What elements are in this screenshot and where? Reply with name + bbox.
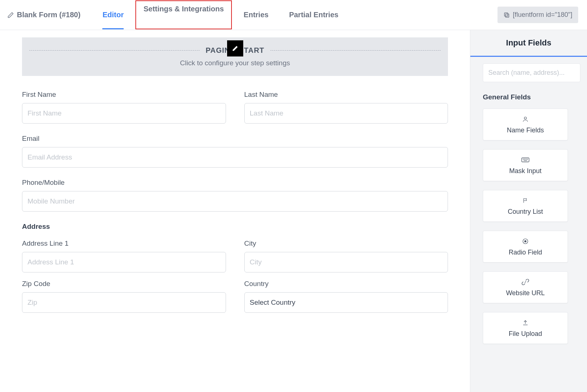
tab-settings-integrations[interactable]: Settings & Integrations (135, 0, 232, 29)
field-card-label: Country List (486, 208, 565, 216)
form-title: Blank Form (#180) (17, 11, 80, 19)
pencil-icon (7, 12, 14, 18)
field-card-label: Name Fields (486, 127, 565, 134)
paging-start-block[interactable]: PAGING START Click to configure your ste… (22, 37, 448, 76)
svg-rect-0 (506, 14, 509, 17)
email-label: Email (22, 135, 448, 143)
field-card-label: Website URL (486, 289, 565, 297)
top-bar: Blank Form (#180) Editor Settings & Inte… (0, 0, 587, 30)
zip-input[interactable] (22, 292, 226, 313)
country-select-value: Select Country (250, 298, 296, 307)
phone-label: Phone/Mobile (22, 179, 448, 187)
country-label: Country (244, 280, 448, 288)
svg-point-5 (525, 159, 525, 160)
field-card-radio[interactable]: Radio Field (483, 231, 568, 263)
last-name-label: Last Name (244, 91, 448, 99)
paging-subtitle: Click to configure your step settings (29, 59, 441, 67)
tab-entries[interactable]: Entries (233, 0, 279, 29)
email-input[interactable] (22, 147, 448, 168)
address1-label: Address Line 1 (22, 239, 226, 248)
svg-point-7 (527, 159, 528, 160)
svg-point-6 (526, 159, 526, 160)
city-label: City (244, 239, 448, 248)
city-input[interactable] (244, 252, 448, 272)
link-icon (486, 278, 565, 286)
last-name-input[interactable] (244, 103, 448, 124)
copy-icon (503, 12, 510, 18)
field-card-name[interactable]: Name Fields (483, 109, 568, 140)
upload-icon (486, 319, 565, 326)
form-title-wrap: Blank Form (#180) (7, 11, 80, 19)
svg-point-4 (523, 159, 524, 160)
tab-list: Editor Settings & Integrations Entries P… (92, 0, 497, 29)
flag-icon (486, 197, 565, 204)
search-fields-input[interactable] (483, 63, 580, 82)
field-card-url[interactable]: Website URL (483, 271, 568, 303)
first-name-input[interactable] (22, 103, 226, 124)
radio-icon (486, 238, 565, 245)
tab-partial-entries[interactable]: Partial Entries (279, 0, 349, 29)
field-card-mask[interactable]: Mask Input (483, 149, 568, 181)
svg-rect-3 (522, 158, 529, 162)
sidebar-title: Input Fields (470, 30, 587, 57)
first-name-label: First Name (22, 91, 226, 99)
zip-label: Zip Code (22, 280, 226, 288)
phone-input[interactable] (22, 191, 448, 212)
pencil-icon (232, 45, 238, 52)
field-card-country[interactable]: Country List (483, 190, 568, 222)
svg-point-10 (525, 241, 526, 242)
input-fields-sidebar: Input Fields General Fields Name Fields … (470, 30, 587, 392)
address-section-label: Address (22, 223, 448, 231)
user-icon (486, 116, 565, 123)
field-card-label: Mask Input (486, 167, 565, 175)
tab-editor[interactable]: Editor (92, 0, 134, 29)
field-card-label: File Upload (486, 330, 565, 338)
svg-point-2 (524, 117, 526, 119)
form-canvas: PAGING START Click to configure your ste… (0, 30, 470, 392)
svg-rect-1 (504, 13, 508, 16)
field-grid: Name Fields Mask Input Country List Radi… (470, 109, 587, 344)
field-card-label: Radio Field (486, 249, 565, 256)
general-fields-heading: General Fields (470, 82, 587, 109)
edit-paging-button[interactable] (227, 40, 243, 56)
shortcode-box[interactable]: [fluentform id="180"] (497, 7, 578, 23)
country-select[interactable]: Select Country (244, 292, 448, 313)
address1-input[interactable] (22, 252, 226, 272)
field-card-file-upload[interactable]: File Upload (483, 312, 568, 344)
keyboard-icon (486, 156, 565, 164)
shortcode-text: [fluentform id="180"] (513, 11, 572, 19)
